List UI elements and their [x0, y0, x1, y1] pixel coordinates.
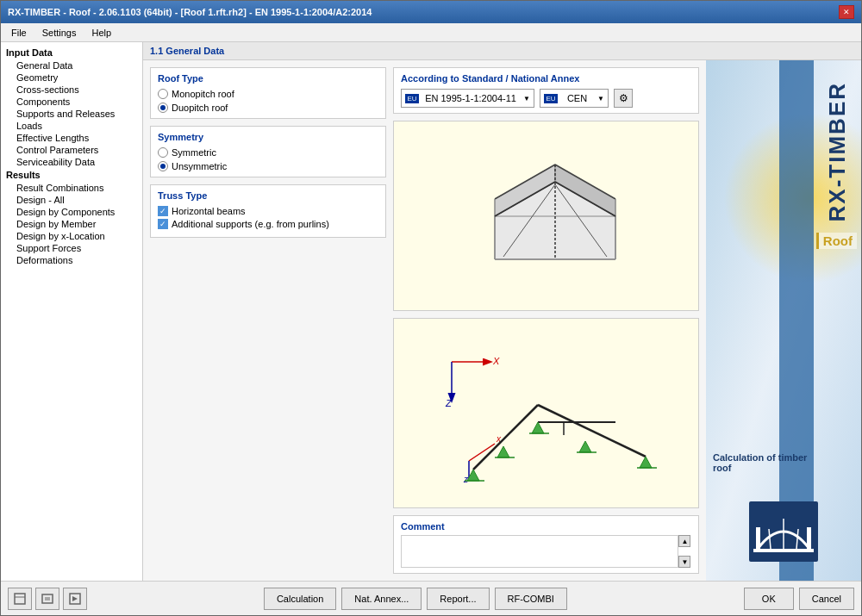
comment-section: Comment ▲ ▼: [393, 515, 699, 574]
comment-scrollbar: ▲ ▼: [678, 535, 691, 568]
menu-settings[interactable]: Settings: [35, 26, 84, 40]
footer-btn-1[interactable]: [8, 588, 32, 610]
cancel-button[interactable]: Cancel: [799, 588, 854, 610]
scroll-down-button[interactable]: ▼: [678, 556, 690, 568]
sidebar-item-design-x-location[interactable]: Design by x-Location: [1, 230, 142, 242]
standard-section: According to Standard / National Annex E…: [393, 67, 699, 114]
standard-dropdown-arrow: ▼: [523, 95, 530, 103]
svg-text:X: X: [492, 356, 500, 366]
svg-marker-33: [640, 457, 652, 468]
sidebar-item-cross-sections[interactable]: Cross-sections: [1, 84, 142, 96]
symmetry-section: Symmetry Symmetric Unsymmetric: [150, 126, 386, 177]
comment-label: Comment: [401, 521, 691, 532]
footer-icon-2: [41, 592, 54, 606]
footer-left: [8, 588, 87, 610]
standard-flag: EU: [405, 94, 419, 103]
annex-dropdown[interactable]: EU CEN ▼: [540, 89, 609, 108]
svg-marker-29: [532, 422, 544, 433]
brand-title: RX-TIMBER: [824, 82, 851, 221]
sidebar-item-effective-lengths[interactable]: Effective Lengths: [1, 132, 142, 144]
brand-panel: RX-TIMBER Roof Calculation of timber roo…: [706, 60, 861, 581]
truss-2d-diagram: X Z x z: [393, 318, 699, 508]
svg-rect-44: [15, 594, 25, 604]
sidebar-item-geometry[interactable]: Geometry: [1, 72, 142, 84]
sidebar-item-design-member[interactable]: Design by Member: [1, 218, 142, 230]
sidebar-item-support-forces[interactable]: Support Forces: [1, 242, 142, 254]
svg-rect-38: [753, 549, 814, 552]
roof-type-duopitch-row[interactable]: Duopitch roof: [158, 103, 378, 113]
left-panel: Roof Type Monopitch roof Duopitch roof: [143, 60, 393, 581]
footer-btn-3[interactable]: [63, 588, 87, 610]
annex-value: CEN: [567, 93, 587, 103]
menu-help[interactable]: Help: [84, 26, 118, 40]
svg-line-24: [538, 405, 646, 457]
sidebar-item-supports[interactable]: Supports and Releases: [1, 108, 142, 120]
sidebar: Input Data General Data Geometry Cross-s…: [1, 42, 143, 581]
roof-type-monopitch-row[interactable]: Monopitch roof: [158, 89, 378, 99]
truss-type-title: Truss Type: [158, 190, 378, 201]
menu-bar: File Settings Help: [1, 23, 861, 42]
brand-description: Calculation of timber roof: [713, 452, 809, 473]
rf-combi-button[interactable]: RF-COMBI: [495, 588, 567, 610]
truss-additional-supports-label: Additional supports (e.g. from purlins): [172, 219, 329, 229]
symmetry-symmetric-row[interactable]: Symmetric: [158, 147, 378, 158]
roof-type-radio-group: Monopitch roof Duopitch roof: [158, 89, 378, 113]
main-window: RX-TIMBER - Roof - 2.06.1103 (64bit) - […: [0, 0, 862, 616]
sidebar-item-deformations[interactable]: Deformations: [1, 254, 142, 266]
footer-right: OK Cancel: [744, 588, 854, 610]
content-area: 1.1 General Data Roof Type Monopitch roo…: [143, 42, 861, 581]
roof-type-duopitch-radio[interactable]: [158, 103, 168, 113]
svg-marker-50: [72, 596, 78, 601]
right-panel: According to Standard / National Annex E…: [393, 60, 706, 581]
truss-horizontal-beams-label: Horizontal beams: [172, 206, 246, 216]
sidebar-item-design-components[interactable]: Design by Components: [1, 206, 142, 218]
truss-horizontal-beams-checkbox[interactable]: [158, 206, 168, 216]
truss-additional-supports-checkbox[interactable]: [158, 219, 168, 229]
close-button[interactable]: ✕: [839, 5, 854, 19]
roof-3d-svg: [452, 147, 641, 285]
content-body: Roof Type Monopitch roof Duopitch roof: [143, 60, 861, 581]
footer-btn-2[interactable]: [35, 588, 59, 610]
footer-icon-3: [68, 592, 82, 606]
roof-type-title: Roof Type: [158, 73, 378, 84]
content-header: 1.1 General Data: [143, 42, 861, 60]
symmetry-unsymmetric-row[interactable]: Unsymmetric: [158, 161, 378, 171]
roof-3d-diagram: [393, 121, 699, 311]
svg-line-23: [473, 405, 538, 470]
calculation-button[interactable]: Calculation: [264, 588, 336, 610]
ok-button[interactable]: OK: [744, 588, 794, 610]
symmetry-unsymmetric-label: Unsymmetric: [172, 161, 227, 171]
logo-svg: [749, 501, 818, 562]
annex-flag: EU: [544, 94, 558, 103]
main-content: Input Data General Data Geometry Cross-s…: [1, 42, 861, 581]
standard-settings-button[interactable]: ⚙: [614, 89, 633, 108]
report-button[interactable]: Report...: [427, 588, 489, 610]
sidebar-item-components[interactable]: Components: [1, 96, 142, 108]
truss-additional-supports-row[interactable]: Additional supports (e.g. from purlins): [158, 219, 378, 229]
sidebar-item-serviceability[interactable]: Serviceability Data: [1, 156, 142, 168]
sidebar-item-general-data[interactable]: General Data: [1, 59, 142, 72]
svg-marker-35: [497, 446, 509, 457]
standard-controls: EU EN 1995-1-1:2004-11 ▼ EU CEN ▼ ⚙: [401, 89, 691, 108]
brand-logo: [749, 501, 818, 563]
symmetry-symmetric-label: Symmetric: [172, 147, 216, 158]
sidebar-item-loads[interactable]: Loads: [1, 120, 142, 132]
sidebar-item-result-combinations[interactable]: Result Combinations: [1, 182, 142, 194]
symmetry-radio-group: Symmetric Unsymmetric: [158, 147, 378, 171]
brand-subtitle: Roof: [816, 233, 857, 249]
truss-2d-svg: X Z x z: [426, 336, 667, 491]
standard-dropdown[interactable]: EU EN 1995-1-1:2004-11 ▼: [401, 89, 534, 108]
roof-type-monopitch-radio[interactable]: [158, 89, 168, 99]
symmetry-symmetric-radio[interactable]: [158, 147, 168, 158]
svg-rect-42: [756, 527, 760, 549]
truss-horizontal-beams-row[interactable]: Horizontal beams: [158, 206, 378, 216]
sidebar-item-design-all[interactable]: Design - All: [1, 194, 142, 206]
sidebar-item-control-params[interactable]: Control Parameters: [1, 144, 142, 156]
menu-file[interactable]: File: [4, 26, 34, 40]
sidebar-results-header: Results: [1, 168, 142, 182]
scroll-up-button[interactable]: ▲: [678, 535, 690, 547]
comment-input[interactable]: [401, 535, 678, 568]
symmetry-unsymmetric-radio[interactable]: [158, 161, 168, 171]
nat-annex-button[interactable]: Nat. Annex...: [341, 588, 422, 610]
svg-text:Z: Z: [445, 398, 453, 408]
